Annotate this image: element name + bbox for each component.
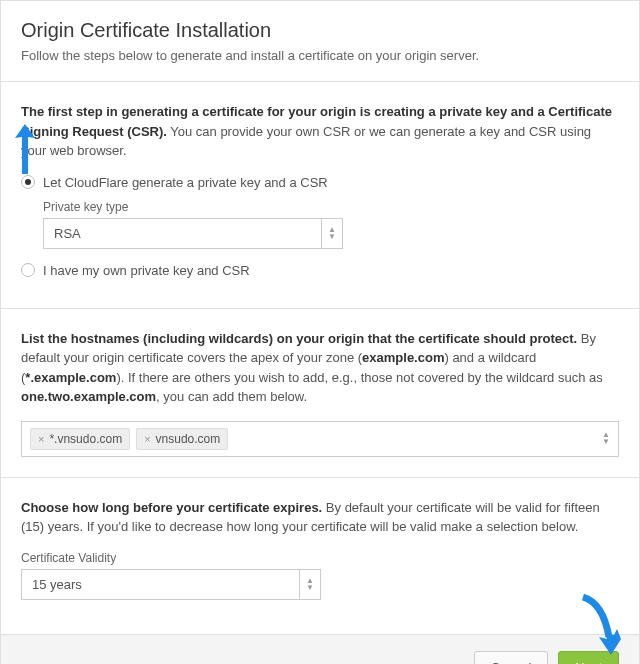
token-text: vnsudo.com (156, 432, 221, 446)
private-key-type-select[interactable]: RSA ▲▼ (43, 218, 343, 249)
modal-footer: Cancel Next (1, 635, 639, 665)
t: ). If there are others you wish to add, … (116, 370, 602, 385)
origin-cert-modal: Origin Certificate Installation Follow t… (0, 0, 640, 664)
hostname-token: × vnsudo.com (136, 428, 228, 450)
private-key-type-label: Private key type (43, 200, 619, 214)
radio-icon[interactable] (21, 263, 35, 277)
step-2-section: List the hostnames (including wildcards)… (1, 309, 639, 478)
hostnames-input[interactable]: × *.vnsudo.com × vnsudo.com ▲▼ (21, 421, 619, 457)
step-3-intro: Choose how long before your certificate … (21, 498, 619, 537)
step-1-intro: The first step in generating a certifica… (21, 102, 619, 161)
chevron-updown-icon[interactable]: ▲▼ (299, 569, 321, 600)
remove-token-icon[interactable]: × (38, 433, 44, 445)
private-key-block: Private key type RSA ▲▼ (43, 200, 619, 249)
modal-header: Origin Certificate Installation Follow t… (1, 1, 639, 82)
remove-token-icon[interactable]: × (144, 433, 150, 445)
t: one.two.example.com (21, 389, 156, 404)
select-value: 15 years (21, 569, 299, 600)
step-2-intro-bold: List the hostnames (including wildcards)… (21, 331, 577, 346)
certificate-validity-label: Certificate Validity (21, 551, 619, 565)
page-title: Origin Certificate Installation (21, 19, 619, 42)
select-value: RSA (43, 218, 321, 249)
chevron-updown-icon[interactable]: ▲▼ (321, 218, 343, 249)
radio-option-generate[interactable]: Let CloudFlare generate a private key an… (21, 175, 619, 190)
step-1-section: The first step in generating a certifica… (1, 82, 639, 309)
step-2-intro: List the hostnames (including wildcards)… (21, 329, 619, 407)
cancel-button[interactable]: Cancel (474, 651, 548, 665)
radio-label: Let CloudFlare generate a private key an… (43, 175, 328, 190)
t: *.example.com (25, 370, 116, 385)
radio-icon[interactable] (21, 175, 35, 189)
t: , you can add them below. (156, 389, 307, 404)
radio-label: I have my own private key and CSR (43, 263, 250, 278)
t: example.com (362, 350, 444, 365)
page-subtitle: Follow the steps below to generate and i… (21, 48, 619, 63)
hostname-token: × *.vnsudo.com (30, 428, 130, 450)
token-text: *.vnsudo.com (49, 432, 122, 446)
chevron-updown-icon[interactable]: ▲▼ (602, 431, 610, 447)
next-button[interactable]: Next (558, 651, 619, 665)
radio-option-own-csr[interactable]: I have my own private key and CSR (21, 263, 619, 278)
step-3-intro-bold: Choose how long before your certificate … (21, 500, 322, 515)
certificate-validity-select[interactable]: 15 years ▲▼ (21, 569, 321, 600)
step-3-section: Choose how long before your certificate … (1, 478, 639, 635)
